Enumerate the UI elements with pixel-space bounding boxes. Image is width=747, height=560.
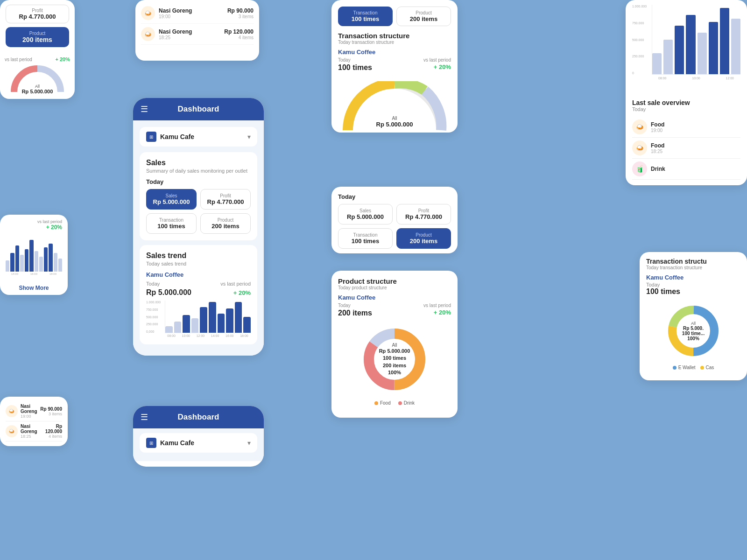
ps-vs: vs last period — [423, 303, 451, 308]
y-label-4: 250.000 — [632, 55, 647, 58]
stat-profit[interactable]: Profit Rp 4.770.000 — [200, 189, 251, 210]
order-icon-2: 🍛 — [141, 27, 155, 41]
stat-profit-value: Rp 4.770.000 — [205, 198, 246, 205]
ls-x-labels: 08:00 10:00 12:00 — [652, 77, 740, 80]
ts-times: 100 times — [338, 63, 372, 72]
ls-bar-3 — [675, 26, 684, 74]
menu-icon[interactable]: ☰ — [141, 104, 148, 114]
legend-food-label: Food — [380, 400, 391, 406]
x-label-3: 12:00 — [194, 334, 207, 337]
prod-struct-card: Product structure Today product structur… — [331, 271, 458, 418]
ts-tab-product[interactable]: Product 200 items — [396, 7, 451, 26]
dct-val-4: 100% — [379, 369, 410, 376]
ls-bar-2 — [663, 40, 673, 75]
second-outlet-icon: ⊞ — [146, 438, 156, 448]
rts-outlet: Kamu Coffee — [646, 274, 740, 281]
second-menu-icon[interactable]: ☰ — [141, 412, 148, 422]
donut-full-chart: All Rp 5.000.000 100 times 200 items 100… — [357, 322, 432, 397]
ts-tab-prod-val: 200 items — [401, 15, 447, 22]
x-label-6: 18:00 — [238, 334, 251, 337]
header-title: Dashboard — [178, 105, 219, 114]
dct-val-1: Rp 5.000.000 — [379, 348, 410, 355]
trend-bar-chart: 1.000.000 750.000 500.000 250.000 0,000 — [146, 301, 251, 338]
today-sales-val: Rp 5.000.000 — [343, 213, 388, 220]
main-dashboard-phone: ☰ Dashboard ⊞ Kamu Cafe ▾ Sales Summary … — [133, 98, 264, 356]
show-more-btn[interactable]: Show More — [0, 281, 68, 295]
sale-count-1: 3 items — [40, 412, 62, 416]
bar-5 — [200, 307, 207, 333]
phone-header: ☰ Dashboard — [133, 98, 264, 120]
x-label-4: 14:00 — [209, 334, 222, 337]
bar-7 — [218, 314, 225, 333]
trend-subtitle: Today sales trend — [146, 261, 251, 266]
stat-sales[interactable]: Sales Rp 5.000.000 — [146, 189, 197, 210]
ls-title: Last sale overview — [632, 99, 740, 106]
bcs-label-3: 18:00 — [44, 273, 62, 275]
trend-pct: + 20% — [233, 289, 251, 296]
ls-item-3: 🧃 Drink — [632, 159, 740, 180]
bar-8 — [226, 308, 233, 333]
stat-transaction[interactable]: Transaction 100 times — [146, 213, 197, 234]
donut-partial-section: vs last period + 20% All Rp 5.000.000 — [0, 52, 75, 99]
order-time-2: 18:25 — [159, 35, 192, 40]
stat-product[interactable]: Product 200 items — [200, 213, 251, 234]
today-stat-product[interactable]: Product 200 items — [396, 228, 451, 249]
ls-bar-5 — [698, 33, 707, 74]
y-label-1: 1.000.000 — [632, 5, 647, 8]
product-stat-active: Product 200 items — [6, 27, 69, 47]
order-time-1: 19:00 — [159, 14, 192, 19]
second-outlet-selector[interactable]: ⊞ Kamu Cafe ▾ — [140, 433, 257, 453]
order-icon-1: 🍛 — [141, 6, 155, 20]
today-trans-label: Transaction — [343, 232, 388, 238]
ls-time-2: 18:25 — [651, 149, 740, 154]
order-name-2: Nasi Goreng — [159, 28, 192, 35]
ts-tab-transaction[interactable]: Transaction 100 times — [338, 7, 393, 26]
sm-bar-9 — [44, 247, 48, 272]
second-chevron-icon: ▾ — [247, 439, 251, 447]
outlet-icon: ⊞ — [146, 132, 156, 142]
bar-6 — [209, 302, 216, 333]
today-sales-label: Sales — [343, 208, 388, 213]
trans-struct-card: Transaction 100 times Product 200 items … — [331, 0, 458, 133]
legend-food-dot — [374, 401, 378, 405]
trend-vs: vs last period — [220, 281, 251, 287]
stat-sales-value: Rp 5.000.000 — [151, 198, 191, 205]
left-mid-card: vs last period + 20% 14:00 16:00 18:00 — [0, 215, 68, 295]
legend-cash: Cas — [700, 365, 714, 370]
right-trans-card: Transaction structu Today transaction st… — [640, 252, 747, 380]
rts-val-1: Rp 5.000. — [682, 326, 705, 331]
top-left-card: Profit Rp 4.770.000 Product 200 items vs… — [0, 0, 75, 99]
ts-vs: vs last period — [423, 57, 451, 63]
today-prod-label: Product — [402, 232, 446, 238]
profit-stat: Profit Rp 4.770.000 — [6, 5, 69, 23]
sales-title: Sales — [146, 159, 251, 167]
sm-bar-7 — [35, 251, 38, 272]
ls-icon-2: 🍛 — [632, 140, 647, 155]
ps-outlet: Kamu Coffee — [338, 294, 451, 301]
today-stat-trans[interactable]: Transaction 100 times — [338, 228, 393, 249]
outlet-selector[interactable]: ⊞ Kamu Cafe ▾ — [140, 127, 257, 147]
sd-all: All — [376, 116, 413, 121]
left-mid-barchart: 14:00 16:00 18:00 — [6, 234, 62, 276]
profit-value: Rp 4.770.000 — [11, 13, 64, 20]
trend-outlet: Kamu Coffee — [146, 271, 251, 278]
sale-amount-2: Rp 120.000 — [40, 424, 62, 434]
ls-bar-8 — [731, 19, 740, 74]
vs-pct: + 20% — [56, 56, 70, 62]
bars-container — [165, 301, 251, 333]
bar-4 — [191, 318, 199, 333]
ts-subtitle: Today transaction structure — [338, 40, 451, 45]
sale-name-1: Nasi Goreng — [21, 404, 37, 414]
ts-tab-prod-label: Product — [401, 10, 447, 15]
stat-profit-label: Profit — [205, 193, 246, 198]
order-item-1: 🍛 Nasi Goreng 19:00 Rp 90.000 3 items — [141, 3, 254, 24]
product-value: 200 items — [10, 36, 64, 43]
order-amount-1: Rp 90.000 — [227, 7, 254, 14]
today-stat-profit[interactable]: Profit Rp 4.770.000 — [396, 204, 451, 224]
ls-today: Today — [632, 106, 740, 112]
rts-val-3: 100% — [682, 336, 705, 341]
bar-3 — [183, 315, 190, 333]
sale-time-2: 18:25 — [21, 434, 37, 439]
ps-sub: Today product structure — [338, 285, 451, 290]
today-stat-sales[interactable]: Sales Rp 5.000.000 — [338, 204, 393, 224]
